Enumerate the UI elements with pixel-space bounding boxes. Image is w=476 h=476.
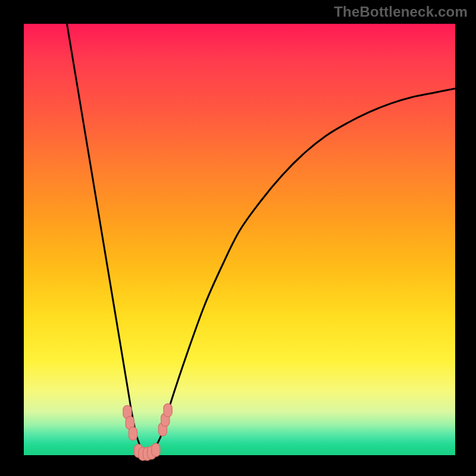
bottleneck-curve xyxy=(67,24,456,456)
bottleneck-curve-svg xyxy=(24,24,455,455)
chart-frame: TheBottleneck.com xyxy=(0,0,476,476)
curve-marker xyxy=(129,427,137,440)
curve-marker xyxy=(164,404,172,417)
curve-markers xyxy=(123,404,172,461)
plot-area xyxy=(24,24,455,455)
watermark-text: TheBottleneck.com xyxy=(334,4,468,20)
curve-marker xyxy=(152,443,160,456)
